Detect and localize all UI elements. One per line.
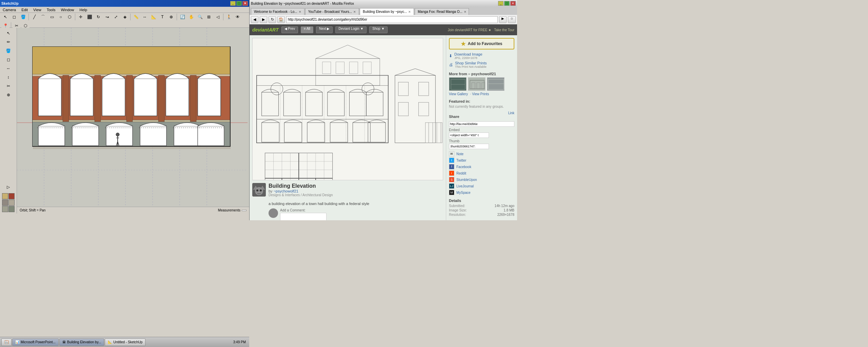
- tool-axes[interactable]: ⊕: [167, 13, 175, 21]
- tool-dimension[interactable]: ↔: [141, 13, 149, 21]
- tool-zoom[interactable]: 🔍: [196, 13, 204, 21]
- tool-text[interactable]: T: [158, 13, 166, 21]
- left-tool-4[interactable]: ◻: [4, 56, 13, 64]
- swatch-tan[interactable]: [2, 193, 8, 199]
- swatch-gray4[interactable]: [8, 206, 15, 212]
- tool-move[interactable]: ✛: [77, 13, 85, 21]
- tab-mangafox-close[interactable]: ✕: [464, 10, 467, 14]
- tab-deviantart[interactable]: Building Elevation by ~psyc... ✕: [360, 8, 414, 15]
- left-tool-2[interactable]: ✏: [4, 38, 13, 46]
- thumb-2[interactable]: [468, 77, 486, 91]
- menu-tools[interactable]: Tools: [45, 8, 57, 12]
- myspace-label[interactable]: MySpace: [456, 191, 480, 195]
- da-logo[interactable]: deviantART: [252, 27, 279, 33]
- view-gallery-link[interactable]: View Gallery: [449, 92, 468, 96]
- taskbar-sketchup[interactable]: 📐 Untitled - SketchUp: [105, 339, 145, 346]
- tool-lookaround[interactable]: 👁: [234, 13, 242, 21]
- tab-facebook-close[interactable]: ✕: [299, 10, 301, 14]
- left-tool-1[interactable]: ↖: [4, 29, 13, 37]
- taskbar-building[interactable]: 🏛 Building Elevation by...: [59, 339, 104, 346]
- tool-rotate[interactable]: ↻: [94, 13, 102, 21]
- da-next-btn[interactable]: Next ▶: [316, 26, 333, 33]
- shop-similar-prints-action[interactable]: 🖨 Shop Similar Prints This Print Not Ava…: [449, 61, 514, 68]
- go-button[interactable]: ▶: [499, 16, 507, 23]
- share-link-input[interactable]: [449, 121, 514, 127]
- livejournal-label[interactable]: LiveJournal: [456, 184, 480, 188]
- tool-prevview[interactable]: ◁: [214, 13, 222, 21]
- menu-camera[interactable]: Camera: [1, 8, 17, 12]
- taskbar-powerpoint[interactable]: 📊 Microsoft PowerPoint...: [12, 339, 59, 346]
- left-tool-8[interactable]: ⊕: [4, 91, 13, 99]
- tool-followme[interactable]: ↝: [103, 13, 111, 21]
- close-button[interactable]: ✕: [242, 1, 248, 6]
- take-tour-link[interactable]: Take the Tour: [494, 28, 514, 32]
- browser-maximize[interactable]: □: [504, 1, 510, 6]
- facebook-label[interactable]: Facebook: [456, 165, 480, 169]
- tool-pushpull[interactable]: ⬛: [85, 13, 94, 21]
- tool-orbit[interactable]: 🔄: [178, 13, 186, 21]
- browser-minimize[interactable]: _: [498, 1, 504, 6]
- thumb-1[interactable]: [449, 77, 467, 91]
- left-tool-6[interactable]: ↕: [4, 73, 13, 81]
- left-tool-3[interactable]: 🪣: [4, 47, 13, 55]
- forward-button[interactable]: ▶: [260, 16, 267, 23]
- thumb-input[interactable]: [449, 144, 489, 149]
- da-prev-btn[interactable]: ◀ Prev: [281, 26, 298, 33]
- address-bar[interactable]: [286, 16, 498, 23]
- tab-youtube-close[interactable]: ✕: [353, 10, 356, 14]
- join-da-link[interactable]: Join deviantART for FREE ★: [448, 28, 491, 32]
- measurements-input[interactable]: [242, 210, 246, 211]
- tool-offset[interactable]: ◈: [121, 13, 129, 21]
- tool-tape[interactable]: 📏: [132, 13, 140, 21]
- left-tool-collapse[interactable]: ▷: [4, 183, 13, 191]
- embed-input[interactable]: [449, 132, 489, 138]
- swatch-gray2[interactable]: [8, 200, 15, 206]
- tool-walkthrough[interactable]: 🚶: [225, 13, 233, 21]
- swatch-red[interactable]: [8, 193, 15, 199]
- da-all-btn[interactable]: ≡ All: [301, 26, 313, 33]
- tool-polygon[interactable]: ⬡: [65, 13, 74, 21]
- artist-link[interactable]: ~psychowolf21: [274, 189, 298, 193]
- minimize-button[interactable]: _: [230, 1, 236, 6]
- da-login-btn[interactable]: Deviant Login ▼: [335, 26, 367, 33]
- tool-paint[interactable]: 🪣: [19, 13, 27, 21]
- view-prints-link[interactable]: View Prints: [472, 92, 489, 96]
- reload-button[interactable]: ↻: [269, 16, 276, 23]
- menu-help[interactable]: Help: [78, 8, 89, 12]
- note-label[interactable]: Note: [456, 152, 480, 156]
- tool-protractor[interactable]: 📐: [150, 13, 158, 21]
- browser-close[interactable]: ✕: [510, 1, 516, 6]
- menu-edit[interactable]: Edit: [20, 8, 29, 12]
- tool-pan[interactable]: ✋: [187, 13, 195, 21]
- menu-view[interactable]: View: [32, 8, 43, 12]
- star-button[interactable]: ☆: [508, 16, 516, 23]
- home-button[interactable]: 🏠: [277, 16, 285, 23]
- add-to-favourites-button[interactable]: ★ Add to Favourites: [449, 38, 514, 49]
- thumb-3[interactable]: [487, 77, 505, 91]
- tool-select[interactable]: ↖: [1, 13, 9, 21]
- start-button[interactable]: 🪟: [1, 339, 12, 346]
- left-tool-7[interactable]: ✂: [4, 82, 13, 90]
- twitter-label[interactable]: Twitter: [456, 159, 480, 162]
- swatch-gray3[interactable]: [2, 206, 8, 212]
- tool-arc[interactable]: ⌒: [39, 13, 47, 21]
- left-tool-5[interactable]: ↔: [4, 64, 13, 73]
- tool-eraser[interactable]: ◻: [10, 13, 18, 21]
- tool-rect[interactable]: ▭: [48, 13, 56, 21]
- tool-zoomext[interactable]: ⊞: [205, 13, 213, 21]
- tool-scale[interactable]: ⤢: [112, 13, 120, 21]
- reddit-label[interactable]: Reddit: [456, 171, 480, 175]
- tool-line[interactable]: ╱: [30, 13, 38, 21]
- tab-youtube[interactable]: YouTube - Broadcast Yours... ✕: [305, 8, 359, 15]
- tab-facebook[interactable]: Welcome to Facebook - Lo... ✕: [251, 8, 304, 15]
- menu-window[interactable]: Window: [59, 8, 75, 12]
- comment-input[interactable]: [280, 213, 327, 220]
- swatch-gray1[interactable]: [2, 200, 8, 206]
- tool-circle[interactable]: ○: [57, 13, 65, 21]
- maximize-button[interactable]: □: [236, 1, 242, 6]
- tab-mangafox[interactable]: Manga Fox: Read Manga O... ✕: [415, 8, 469, 15]
- back-button[interactable]: ◀: [251, 16, 258, 23]
- sketchup-canvas[interactable]: Orbit; Shift = Pan Measurements: [17, 28, 249, 213]
- tab-deviantart-close[interactable]: ✕: [408, 10, 411, 14]
- download-image-action[interactable]: ⬇ Download Image JPG, 2269×1678: [449, 52, 514, 60]
